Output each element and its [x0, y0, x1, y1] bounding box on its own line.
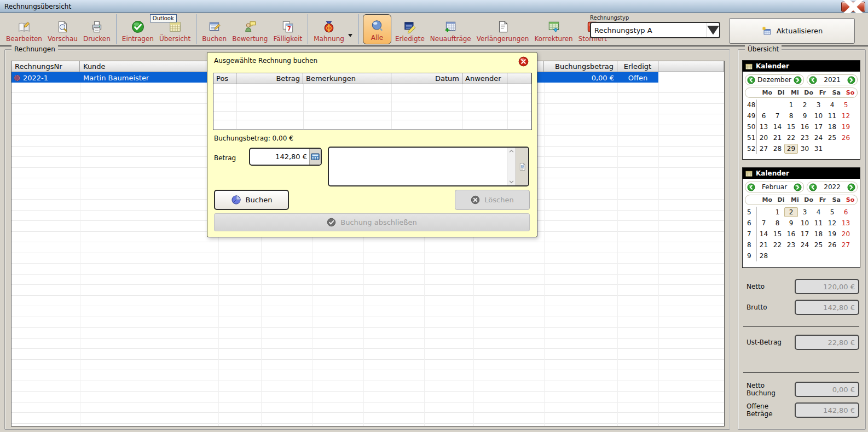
- calendar-day-31[interactable]: 31: [812, 144, 825, 154]
- column-header[interactable]: [658, 61, 724, 72]
- calendar-day-1[interactable]: 1: [771, 207, 784, 217]
- prev-year-icon[interactable]: [809, 76, 817, 84]
- calendar-day-4[interactable]: 4: [825, 100, 839, 110]
- calendar-day-23[interactable]: 23: [784, 240, 798, 250]
- chevron-down-icon[interactable]: [348, 34, 352, 37]
- calendar-day-30[interactable]: 30: [798, 144, 812, 154]
- calendar-day-28[interactable]: 28: [757, 251, 771, 261]
- calendar-day-6[interactable]: 6: [757, 111, 771, 121]
- calendar-day-19[interactable]: 19: [839, 122, 853, 132]
- toolbar-button-drucken[interactable]: Drucken: [80, 14, 113, 45]
- calendar-day-28[interactable]: 28: [771, 144, 784, 154]
- calendar-day-1[interactable]: 1: [784, 100, 798, 110]
- calendar-day-14[interactable]: 14: [757, 229, 771, 239]
- calendar-day-4[interactable]: 4: [812, 207, 825, 217]
- calendar-day-19[interactable]: 19: [825, 229, 839, 239]
- calendar-day-21[interactable]: 21: [771, 133, 784, 143]
- toolbar-button-mahnung[interactable]: Mahnung: [311, 14, 347, 45]
- column-header-anwender[interactable]: Anwender: [462, 73, 507, 84]
- calendar-day-29[interactable]: 29: [784, 144, 798, 154]
- toolbar-button-bewertung[interactable]: Bewertung: [229, 14, 270, 45]
- column-header-datum[interactable]: Datum: [391, 73, 462, 84]
- rechnungstyp-select[interactable]: Rechnungstyp A: [590, 22, 720, 38]
- toolbar-button-eintragen[interactable]: OutlookEintragen: [119, 14, 157, 45]
- cell-erledigt[interactable]: Offen: [617, 72, 658, 83]
- calendar-day-7[interactable]: 7: [771, 111, 784, 121]
- chevron-down-icon[interactable]: [707, 23, 719, 37]
- calendar-day-3[interactable]: 3: [798, 207, 812, 217]
- calendar-day-8[interactable]: 8: [784, 111, 798, 121]
- cell-buchungsbetrag[interactable]: 0,00 €: [544, 72, 617, 83]
- next-year-icon[interactable]: [847, 183, 855, 191]
- calendar-day-23[interactable]: 23: [798, 133, 812, 143]
- toolbar-button-alle[interactable]: Alle: [363, 14, 391, 44]
- calendar-day-18[interactable]: 18: [812, 229, 825, 239]
- calendar-day-26[interactable]: 26: [839, 133, 853, 143]
- calendar-day-8[interactable]: 8: [771, 218, 784, 228]
- calendar-day-21[interactable]: 21: [757, 240, 771, 250]
- note-document-icon[interactable]: [516, 148, 528, 185]
- toolbar-button-bearbeiten[interactable]: Bearbeiten: [3, 14, 45, 45]
- column-header-betrag[interactable]: Betrag: [236, 73, 303, 84]
- calendar-day-17[interactable]: 17: [812, 122, 825, 132]
- calendar-day-12[interactable]: 12: [825, 218, 839, 228]
- calendar-day-14[interactable]: 14: [771, 122, 784, 132]
- calendar-day-5[interactable]: 5: [839, 100, 853, 110]
- calendar-day-25[interactable]: 25: [825, 133, 839, 143]
- column-header-erledigt[interactable]: Erledigt: [617, 61, 658, 72]
- cell-kunde[interactable]: Martin Baumeister: [80, 72, 218, 83]
- window-close-button[interactable]: [841, 2, 865, 12]
- bookings-table-empty-area[interactable]: [213, 84, 531, 130]
- calendar-day-5[interactable]: 5: [825, 207, 839, 217]
- calendar-day-11[interactable]: 11: [812, 218, 825, 228]
- calendar-day-9[interactable]: 9: [784, 218, 798, 228]
- calendar-day-16[interactable]: 16: [798, 122, 812, 132]
- calendar-day-13[interactable]: 13: [839, 218, 853, 228]
- prev-month-icon[interactable]: [747, 76, 755, 84]
- toolbar-button-buchen[interactable]: Buchen: [199, 14, 229, 45]
- next-year-icon[interactable]: [847, 76, 855, 84]
- toolbar-button-korrekturen[interactable]: Korrekturen: [531, 14, 575, 45]
- calendar-day-20[interactable]: 20: [839, 229, 853, 239]
- prev-month-icon[interactable]: [747, 183, 755, 191]
- calendar-day-12[interactable]: 12: [839, 111, 853, 121]
- calendar-day-18[interactable]: 18: [825, 122, 839, 132]
- toolbar-button-vorschau[interactable]: Vorschau: [45, 14, 80, 45]
- calendar-day-17[interactable]: 17: [798, 229, 812, 239]
- column-header-bemerkungen[interactable]: Bemerkungen: [303, 73, 391, 84]
- calendar-day-7[interactable]: 7: [757, 218, 771, 228]
- next-month-icon[interactable]: [794, 76, 802, 84]
- calendar-day-10[interactable]: 10: [812, 111, 825, 121]
- calendar-day-10[interactable]: 10: [798, 218, 812, 228]
- calendar-day-24[interactable]: 24: [812, 133, 825, 143]
- next-month-icon[interactable]: [794, 183, 802, 191]
- calendar-day-24[interactable]: 24: [798, 240, 812, 250]
- calendar-day-3[interactable]: 3: [812, 100, 825, 110]
- column-header-pos[interactable]: Pos: [213, 73, 236, 84]
- column-header-rechnungsnr[interactable]: RechnungsNr: [11, 61, 80, 72]
- calendar-day-22[interactable]: 22: [771, 240, 784, 250]
- column-header[interactable]: [507, 73, 531, 84]
- calendar-day-27[interactable]: 27: [839, 240, 853, 250]
- buchung-abschliessen-button[interactable]: Buchung abschließen: [214, 213, 530, 231]
- calendar-day-9[interactable]: 9: [798, 111, 812, 121]
- prev-year-icon[interactable]: [809, 183, 817, 191]
- calendar-day-25[interactable]: 25: [812, 240, 825, 250]
- chevron-up-icon[interactable]: [509, 149, 514, 153]
- cell[interactable]: [658, 72, 724, 83]
- calendar-day-27[interactable]: 27: [757, 144, 771, 154]
- column-header-buchungsbetrag[interactable]: Buchungsbetrag: [544, 61, 617, 72]
- calculator-icon[interactable]: [309, 149, 321, 165]
- betrag-input[interactable]: 142,80 €: [249, 148, 322, 166]
- toolbar-button-neuauftraege[interactable]: Neuaufträge: [427, 14, 474, 45]
- chevron-down-icon[interactable]: [509, 180, 514, 184]
- bookings-table[interactable]: PosBetragBemerkungenDatumAnwender: [213, 73, 532, 130]
- loeschen-button[interactable]: Löschen: [455, 190, 530, 210]
- cell-rechnungsnr[interactable]: 2022-1: [11, 72, 80, 83]
- calendar-day-15[interactable]: 15: [771, 229, 784, 239]
- bemerkungen-textarea[interactable]: [328, 147, 529, 186]
- dialog-close-icon[interactable]: [518, 56, 529, 67]
- toolbar-button-erledigte[interactable]: Erledigte: [392, 14, 427, 45]
- calendar-day-6[interactable]: 6: [839, 207, 853, 217]
- calendar-day-2[interactable]: 2: [784, 207, 798, 217]
